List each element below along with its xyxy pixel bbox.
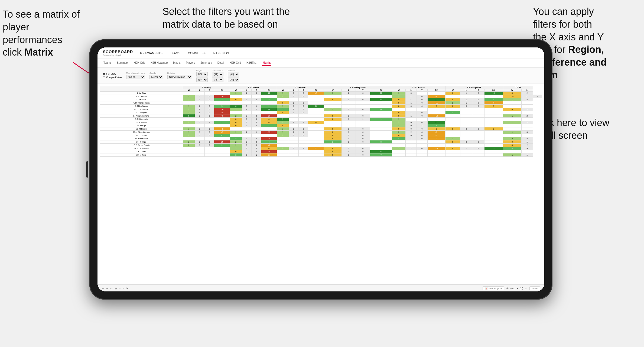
h-w7: W: [503, 89, 521, 92]
screen-icon[interactable]: ⛶: [521, 287, 523, 290]
reset-icon[interactable]: ⟳: [110, 287, 113, 290]
matrix-cell: 0: [503, 140, 521, 144]
tab-matrix[interactable]: Matrix: [173, 60, 181, 66]
conference-select1[interactable]: (All): [212, 72, 223, 76]
matrix-cell: [427, 92, 445, 95]
matrix-cell: [370, 134, 392, 137]
matrix-cell: 0: [277, 101, 289, 105]
matrix-cell: 0: [356, 153, 370, 157]
zoom-in-icon[interactable]: +: [119, 287, 121, 290]
matrix-cell: [356, 124, 370, 127]
matrix-cell: [195, 92, 205, 95]
nav-teams[interactable]: TEAMS: [169, 51, 181, 55]
matrix-cell: [183, 92, 195, 95]
matrix-cell: [308, 140, 324, 144]
tab-h2h-grid2[interactable]: H2H Grid: [229, 60, 242, 66]
matrix-cell: [308, 134, 324, 137]
conference-select2[interactable]: (All): [212, 78, 223, 82]
matrix-cell: [460, 150, 472, 153]
col-header-5: 5. M La Sasso: [392, 86, 445, 89]
redo-icon[interactable]: ↪: [106, 287, 108, 290]
players-select1[interactable]: (All): [228, 72, 239, 76]
matrix-cell: [370, 124, 392, 127]
tab-h2hth[interactable]: H2HTh...: [246, 60, 258, 66]
gender-select[interactable]: Men's: [149, 75, 163, 79]
matrix-cell: [460, 111, 472, 114]
matrix-cell: [445, 144, 460, 147]
matrix-cell: [460, 108, 472, 111]
matrix-cell: 0: [356, 127, 370, 131]
region-select2[interactable]: N/A: [196, 78, 208, 82]
matrix-cell: [472, 131, 484, 134]
settings-icon[interactable]: ⚙: [126, 287, 128, 290]
matrix-cell: 1: [406, 111, 417, 114]
players-select2[interactable]: (All): [228, 78, 239, 82]
matrix-cell: 1: [195, 121, 205, 124]
full-view-label: Full View: [106, 72, 116, 75]
matrix-cell: [214, 118, 230, 121]
matrix-cell: 0: [392, 127, 405, 131]
watch-btn[interactable]: 👁 Watch ▾: [506, 287, 518, 290]
matrix-cell: [324, 95, 342, 98]
matrix-cell: [308, 98, 324, 101]
h-t5: T: [417, 89, 427, 92]
tab-h2h-grid[interactable]: H2H Grid: [133, 60, 146, 66]
matrix-cell: 0: [406, 127, 417, 131]
division-select[interactable]: NCAA Division I: [167, 75, 192, 79]
matrix-cell: 0: [230, 150, 242, 153]
matrix-cell: [356, 144, 370, 147]
matrix-cell: [370, 105, 392, 108]
nav-committee[interactable]: COMMITTEE: [187, 51, 207, 55]
tab-summary[interactable]: Summary: [116, 60, 129, 66]
matrix-cell: 1: [341, 127, 356, 131]
nav-rankings[interactable]: RANKINGS: [212, 51, 230, 55]
player-name-cell: 5. M La Sasso: [100, 105, 183, 108]
matrix-cell: [308, 101, 324, 105]
compact-view-option[interactable]: Compact View: [103, 76, 122, 79]
matrix-cell: [261, 127, 277, 131]
matrix-cell: -13: [427, 114, 445, 118]
tab-detail[interactable]: Detail: [217, 60, 225, 66]
full-view-option[interactable]: Full View: [103, 72, 122, 75]
tab-players[interactable]: Players: [186, 60, 196, 66]
table-row: 6. C Lamprecht100-1624124305110601: [100, 108, 542, 111]
matrix-cell: [503, 101, 521, 105]
matrix-cell: 1: [195, 127, 205, 131]
nav-tournaments[interactable]: TOURNAMENTS: [138, 51, 164, 55]
matrix-cell: [214, 147, 230, 150]
matrix-cell: 3: [484, 98, 503, 101]
expand-icon[interactable]: ⤢: [525, 287, 527, 290]
share-btn[interactable]: Share: [529, 286, 540, 290]
matrix-cell: 5: [214, 105, 230, 108]
matrix-cell: 1: [183, 105, 195, 108]
tab-h2h-heatmap[interactable]: H2H Heatmap: [150, 60, 168, 66]
matrix-cell: 5: [521, 147, 533, 150]
tab-teams[interactable]: Teams: [103, 60, 112, 66]
matrix-cell: 0: [324, 118, 342, 121]
matrix-cell: 0: [445, 140, 460, 144]
h-dif2: Dif: [261, 89, 277, 92]
max-players-select[interactable]: Top 25: [126, 75, 145, 79]
tab-summary2[interactable]: Summary: [200, 60, 213, 66]
matrix-cell: 0: [417, 114, 427, 118]
tab-matrix-active[interactable]: Matrix: [262, 60, 271, 66]
matrix-cell: [230, 111, 242, 114]
matrix-cell: 0: [472, 140, 484, 144]
matrix-cell: [195, 147, 205, 150]
undo-icon[interactable]: ↩: [102, 287, 104, 290]
grid-icon[interactable]: ⊞: [115, 287, 117, 290]
h-w5: W: [392, 89, 405, 92]
matrix-cell: [214, 150, 230, 153]
view-original-btn[interactable]: 📊 View: Original: [483, 286, 504, 290]
zoom-out-icon[interactable]: -: [123, 287, 123, 290]
matrix-container[interactable]: 1. W Ding 2. L Clanton 3. J Koivun 4. M …: [97, 84, 544, 284]
matrix-cell: 14: [308, 105, 324, 108]
region-select1[interactable]: N/A: [196, 72, 208, 76]
col-header-7: 7. G Sa: [503, 86, 533, 89]
matrix-cell: [484, 153, 503, 157]
matrix-cell: [289, 114, 299, 118]
h-l7: L: [521, 89, 533, 92]
matrix-cell: 0: [324, 147, 342, 150]
matrix-cell: [484, 114, 503, 118]
matrix-cell: 2: [392, 131, 405, 134]
